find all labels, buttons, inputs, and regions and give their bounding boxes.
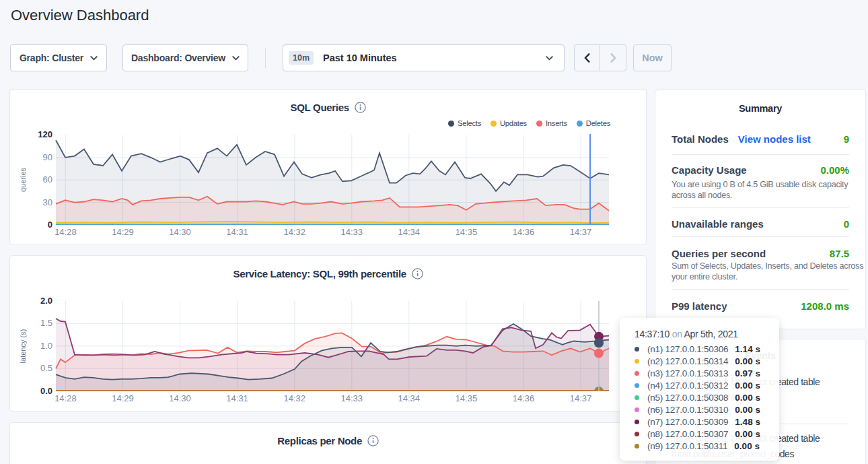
svg-text:14:33: 14:33 — [341, 227, 363, 237]
svg-text:14:37: 14:37 — [570, 227, 592, 237]
svg-text:0: 0 — [48, 220, 52, 230]
svg-text:14:34: 14:34 — [398, 227, 421, 237]
svg-text:queries: queries — [19, 167, 27, 192]
svg-text:14:28: 14:28 — [55, 227, 77, 237]
svg-text:latency (s): latency (s) — [19, 329, 27, 364]
svg-text:0.5: 0.5 — [40, 363, 52, 373]
svg-text:14:35: 14:35 — [456, 227, 478, 237]
svg-text:14:29: 14:29 — [112, 393, 134, 403]
svg-text:120: 120 — [38, 129, 52, 139]
svg-text:14:33: 14:33 — [341, 393, 363, 403]
svg-text:14:36: 14:36 — [513, 227, 535, 237]
svg-text:14:29: 14:29 — [112, 227, 134, 237]
svg-text:14:37: 14:37 — [570, 393, 592, 403]
svg-text:14:36: 14:36 — [513, 393, 535, 403]
svg-text:1.0: 1.0 — [40, 341, 52, 351]
svg-text:14:31: 14:31 — [226, 227, 248, 237]
svg-text:90: 90 — [43, 152, 52, 162]
svg-text:30: 30 — [43, 197, 52, 207]
svg-text:14:30: 14:30 — [169, 227, 191, 237]
svg-text:1.5: 1.5 — [40, 318, 52, 328]
svg-text:2.0: 2.0 — [40, 296, 52, 306]
svg-text:0.0: 0.0 — [40, 386, 52, 396]
svg-text:60: 60 — [43, 174, 52, 185]
svg-text:14:31: 14:31 — [226, 393, 248, 403]
svg-text:14:32: 14:32 — [283, 227, 305, 237]
svg-text:14:35: 14:35 — [456, 393, 478, 403]
svg-text:14:34: 14:34 — [398, 393, 421, 403]
svg-text:14:32: 14:32 — [283, 393, 305, 403]
svg-text:14:28: 14:28 — [55, 393, 77, 403]
svg-text:14:30: 14:30 — [169, 393, 191, 403]
